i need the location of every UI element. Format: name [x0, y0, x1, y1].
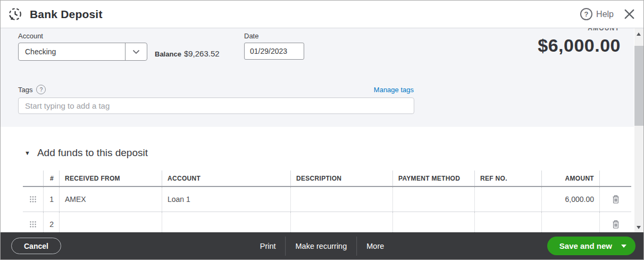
scroll-down-arrow-icon[interactable] [637, 226, 641, 229]
description-cell[interactable] [290, 187, 392, 212]
drag-handle-icon[interactable] [29, 196, 37, 203]
table-row: 2 [23, 212, 631, 233]
col-header-payment-method: PAYMENT METHOD [392, 170, 474, 186]
tags-label: Tags [18, 86, 32, 94]
close-icon[interactable] [623, 8, 635, 20]
add-funds-title: Add funds to this deposit [37, 147, 148, 159]
print-button[interactable]: Print [250, 242, 286, 250]
chevron-down-icon[interactable] [125, 43, 147, 60]
trash-column-header [599, 170, 631, 186]
balance-label: Balance [155, 50, 181, 58]
date-label: Date [244, 32, 258, 40]
payment-method-cell[interactable] [392, 187, 474, 212]
footer-actions: Print Make recurring More [250, 232, 394, 259]
tags-help-icon[interactable]: ? [36, 85, 46, 94]
tags-input[interactable] [18, 98, 414, 114]
more-button[interactable]: More [357, 242, 394, 250]
description-cell[interactable] [290, 212, 392, 233]
ref-no-cell[interactable] [474, 212, 541, 233]
col-header-description: DESCRIPTION [290, 170, 392, 186]
bank-deposit-window: Bank Deposit ? Help Account Balance$9,2 [0, 0, 644, 260]
table-row: 1 AMEX Loan 1 6,000.00 [23, 187, 631, 212]
add-funds-section: ▼ Add funds to this deposit # RECEIVED F… [1, 127, 634, 233]
deposit-lines-table: # RECEIVED FROM ACCOUNT DESCRIPTION PAYM… [23, 170, 631, 233]
recent-transactions-clock-icon[interactable] [8, 7, 22, 21]
col-header-received-from: RECEIVED FROM [59, 170, 162, 186]
trash-icon[interactable] [612, 194, 620, 204]
save-options-caret-icon[interactable] [621, 245, 626, 248]
header-actions: ? Help [580, 1, 635, 28]
account-cell[interactable]: Loan 1 [162, 187, 290, 212]
amount-summary-value: $6,000.00 [538, 35, 621, 56]
trash-icon[interactable] [612, 220, 620, 229]
footer-bar: Cancel Print Make recurring More Save an… [1, 232, 643, 259]
table-header-row: # RECEIVED FROM ACCOUNT DESCRIPTION PAYM… [23, 170, 631, 187]
page-title: Bank Deposit [30, 8, 103, 21]
amount-cell[interactable]: 6,000.00 [541, 187, 599, 212]
row-number: 2 [43, 212, 59, 233]
scroll-up-arrow-icon[interactable] [637, 32, 641, 36]
tags-label-row: Tags ? [18, 85, 46, 94]
help-question-icon: ? [580, 8, 592, 20]
manage-tags-link[interactable]: Manage tags [374, 86, 414, 94]
payment-method-cell[interactable] [392, 212, 474, 233]
account-label: Account [18, 32, 43, 40]
col-header-amount: AMOUNT [541, 170, 599, 186]
save-and-new-label: Save and new [559, 241, 612, 250]
make-recurring-button[interactable]: Make recurring [286, 242, 357, 250]
collapse-triangle-icon: ▼ [24, 150, 30, 156]
balance-value: $9,263.52 [184, 49, 220, 58]
received-from-cell[interactable]: AMEX [59, 187, 162, 212]
account-select[interactable] [18, 43, 147, 61]
scrollbar-thumb[interactable] [634, 46, 643, 126]
amount-summary-label: AMOUNT [588, 28, 620, 32]
account-select-value[interactable] [19, 43, 125, 60]
save-and-new-button[interactable]: Save and new [547, 237, 635, 255]
row-number: 1 [43, 187, 59, 212]
received-from-cell[interactable] [59, 212, 162, 233]
col-header-num: # [43, 170, 59, 186]
drag-handle-icon[interactable] [29, 221, 37, 228]
col-header-ref-no: REF NO. [474, 170, 541, 186]
vertical-scrollbar[interactable] [634, 28, 643, 233]
help-label: Help [596, 10, 614, 19]
deposit-form: Account Balance$9,263.52 Date AMOUNT $6,… [1, 28, 634, 127]
amount-cell[interactable] [541, 212, 599, 233]
help-button[interactable]: ? Help [580, 8, 614, 20]
add-funds-toggle[interactable]: ▼ Add funds to this deposit [24, 147, 148, 159]
header: Bank Deposit ? Help [1, 1, 643, 28]
date-field[interactable] [244, 43, 304, 60]
col-header-account: ACCOUNT [162, 170, 290, 186]
ref-no-cell[interactable] [474, 187, 541, 212]
account-cell[interactable] [162, 212, 290, 233]
cancel-button[interactable]: Cancel [11, 238, 61, 254]
balance-text: Balance$9,263.52 [155, 49, 220, 58]
drag-column-header [23, 170, 43, 186]
